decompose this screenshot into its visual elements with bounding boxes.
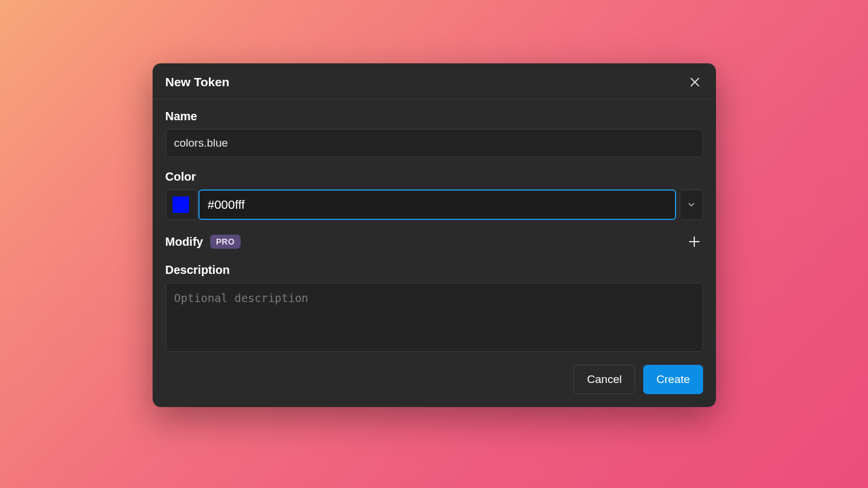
name-input[interactable] xyxy=(166,129,703,157)
close-button[interactable] xyxy=(687,74,703,90)
pro-badge: PRO xyxy=(210,235,241,249)
dialog-footer: Cancel Create xyxy=(166,354,703,394)
cancel-button[interactable]: Cancel xyxy=(573,365,635,394)
dialog-title: New Token xyxy=(166,75,229,89)
modify-left: Modify PRO xyxy=(166,235,241,249)
color-row xyxy=(166,189,703,220)
name-field-group: Name xyxy=(166,110,703,157)
color-input[interactable] xyxy=(198,189,676,220)
description-input[interactable] xyxy=(166,283,703,352)
name-label: Name xyxy=(166,110,703,123)
color-swatch-button[interactable] xyxy=(166,189,196,220)
add-modifier-button[interactable] xyxy=(685,233,703,250)
color-swatch xyxy=(173,196,189,213)
plus-icon xyxy=(687,235,701,249)
description-label: Description xyxy=(166,263,703,277)
dialog-body: Name Color Modify PRO xyxy=(153,99,716,407)
dialog-header: New Token xyxy=(153,63,716,99)
color-label: Color xyxy=(166,170,703,184)
new-token-dialog: New Token Name Color xyxy=(153,63,716,407)
modify-label: Modify xyxy=(166,235,203,249)
modify-row: Modify PRO xyxy=(166,233,703,250)
create-button[interactable]: Create xyxy=(643,365,702,394)
close-icon xyxy=(688,76,701,89)
color-dropdown-button[interactable] xyxy=(680,189,703,220)
chevron-down-icon xyxy=(687,200,696,209)
description-field-group: Description xyxy=(166,263,703,354)
color-field-group: Color xyxy=(166,170,703,220)
